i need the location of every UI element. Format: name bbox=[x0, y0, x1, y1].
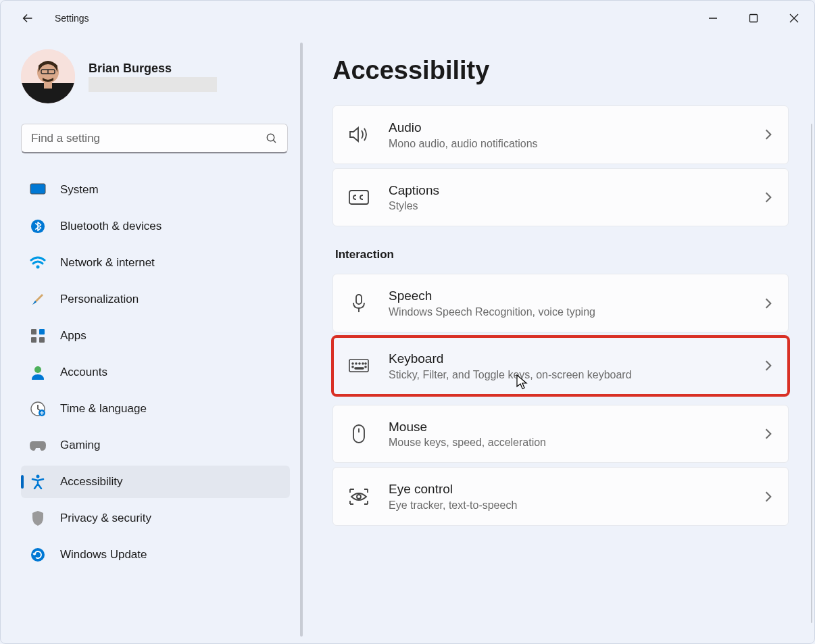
nav-item-privacy[interactable]: Privacy & security bbox=[21, 502, 290, 535]
svg-rect-37 bbox=[353, 425, 364, 443]
card-text: Mouse Mouse keys, speed, acceleration bbox=[389, 419, 764, 449]
svg-point-24 bbox=[31, 548, 45, 562]
nav-label: Apps bbox=[60, 329, 87, 343]
svg-rect-36 bbox=[355, 368, 364, 369]
nav-label: Accounts bbox=[60, 366, 107, 379]
card-title: Speech bbox=[389, 288, 764, 305]
app-title: Settings bbox=[55, 13, 89, 24]
minimize-icon bbox=[708, 14, 718, 23]
nav-item-accessibility[interactable]: Accessibility bbox=[21, 466, 290, 498]
close-button[interactable] bbox=[774, 5, 814, 32]
profile-info: Brian Burgess bbox=[89, 61, 217, 92]
nav-item-apps[interactable]: Apps bbox=[21, 320, 290, 352]
nav-item-time[interactable]: Time & language bbox=[21, 393, 290, 425]
svg-point-29 bbox=[352, 363, 353, 364]
card-text: Speech Windows Speech Recognition, voice… bbox=[389, 288, 764, 318]
nav-label: System bbox=[60, 183, 99, 197]
shield-icon bbox=[29, 510, 47, 527]
svg-rect-1 bbox=[750, 15, 758, 22]
svg-rect-18 bbox=[31, 337, 36, 343]
chevron-right-icon bbox=[764, 297, 773, 309]
nav-item-update[interactable]: Windows Update bbox=[21, 539, 290, 571]
accessibility-icon bbox=[29, 473, 47, 491]
card-title: Mouse bbox=[389, 419, 764, 436]
maximize-button[interactable] bbox=[733, 5, 774, 32]
bluetooth-icon bbox=[29, 218, 47, 235]
card-subtitle: Windows Speech Recognition, voice typing bbox=[389, 306, 764, 318]
card-title: Captions bbox=[389, 182, 764, 199]
card-title: Keyboard bbox=[389, 351, 764, 368]
card-mouse[interactable]: Mouse Mouse keys, speed, acceleration bbox=[332, 405, 789, 464]
wifi-icon bbox=[29, 254, 47, 272]
card-subtitle: Mouse keys, speed, acceleration bbox=[389, 437, 764, 449]
mouse-icon bbox=[348, 423, 370, 445]
svg-point-20 bbox=[34, 366, 41, 373]
card-subtitle: Styles bbox=[389, 200, 764, 212]
apps-icon bbox=[29, 327, 47, 345]
search-box[interactable] bbox=[21, 124, 288, 153]
chevron-right-icon bbox=[764, 128, 773, 141]
nav-label: Bluetooth & devices bbox=[60, 220, 162, 233]
card-captions[interactable]: Captions Styles bbox=[332, 168, 789, 227]
nav-item-personalization[interactable]: Personalization bbox=[21, 283, 290, 316]
content-area: Brian Burgess System Bluetooth & devices bbox=[1, 36, 814, 643]
main-scrollbar[interactable] bbox=[811, 124, 812, 623]
search-icon bbox=[266, 132, 278, 145]
nav-label: Personalization bbox=[60, 293, 139, 306]
nav-label: Windows Update bbox=[60, 548, 147, 562]
svg-point-39 bbox=[357, 495, 361, 499]
keyboard-icon bbox=[348, 355, 370, 376]
back-button[interactable] bbox=[16, 6, 40, 30]
svg-rect-12 bbox=[30, 184, 45, 194]
audio-icon bbox=[348, 124, 370, 145]
svg-point-31 bbox=[359, 363, 360, 364]
section-label-interaction: Interaction bbox=[335, 248, 789, 262]
nav-item-system[interactable]: System bbox=[21, 174, 290, 206]
card-subtitle: Eye tracker, text-to-speech bbox=[389, 499, 764, 512]
svg-point-33 bbox=[365, 363, 366, 364]
svg-point-32 bbox=[362, 363, 364, 364]
system-icon bbox=[29, 181, 47, 199]
avatar bbox=[21, 49, 75, 103]
nav-label: Network & internet bbox=[60, 256, 155, 270]
close-icon bbox=[789, 14, 799, 23]
card-eye-control[interactable]: Eye control Eye tracker, text-to-speech bbox=[332, 467, 789, 526]
microphone-icon bbox=[348, 293, 370, 314]
svg-point-30 bbox=[355, 363, 357, 364]
nav-item-gaming[interactable]: Gaming bbox=[21, 429, 290, 462]
paintbrush-icon bbox=[29, 291, 47, 308]
svg-rect-19 bbox=[39, 337, 45, 343]
svg-point-35 bbox=[365, 366, 366, 368]
card-keyboard[interactable]: Keyboard Sticky, Filter, and Toggle keys… bbox=[332, 337, 789, 395]
nav-label: Gaming bbox=[60, 439, 101, 452]
card-text: Audio Mono audio, audio notifications bbox=[389, 120, 764, 150]
svg-point-34 bbox=[352, 366, 353, 368]
maximize-icon bbox=[749, 14, 758, 23]
nav-item-network[interactable]: Network & internet bbox=[21, 247, 290, 279]
card-subtitle: Mono audio, audio notifications bbox=[389, 138, 764, 150]
nav-item-bluetooth[interactable]: Bluetooth & devices bbox=[21, 210, 290, 243]
svg-rect-25 bbox=[349, 191, 368, 204]
nav-label: Accessibility bbox=[60, 475, 123, 489]
chevron-right-icon bbox=[764, 428, 773, 440]
card-speech[interactable]: Speech Windows Speech Recognition, voice… bbox=[332, 274, 789, 332]
card-subtitle: Sticky, Filter, and Toggle keys, on-scre… bbox=[389, 369, 764, 381]
accounts-icon bbox=[29, 364, 47, 381]
card-audio[interactable]: Audio Mono audio, audio notifications bbox=[332, 105, 789, 164]
nav-list: System Bluetooth & devices Network & int… bbox=[21, 174, 301, 571]
card-text: Captions Styles bbox=[389, 182, 764, 213]
chevron-right-icon bbox=[764, 491, 773, 503]
minimize-button[interactable] bbox=[693, 5, 733, 32]
nav-item-accounts[interactable]: Accounts bbox=[21, 356, 290, 389]
clock-icon bbox=[29, 400, 47, 418]
page-title: Accessibility bbox=[332, 56, 789, 85]
nav-label: Privacy & security bbox=[60, 512, 151, 525]
sidebar: Brian Burgess System Bluetooth & devices bbox=[1, 36, 301, 643]
search-input[interactable] bbox=[31, 132, 266, 145]
svg-point-23 bbox=[36, 475, 40, 478]
captions-icon bbox=[348, 187, 370, 208]
profile-email-redacted bbox=[89, 77, 217, 92]
profile-name: Brian Burgess bbox=[89, 61, 217, 76]
profile-block[interactable]: Brian Burgess bbox=[21, 49, 301, 103]
main-panel: Accessibility Audio Mono audio, audio no… bbox=[301, 36, 814, 643]
